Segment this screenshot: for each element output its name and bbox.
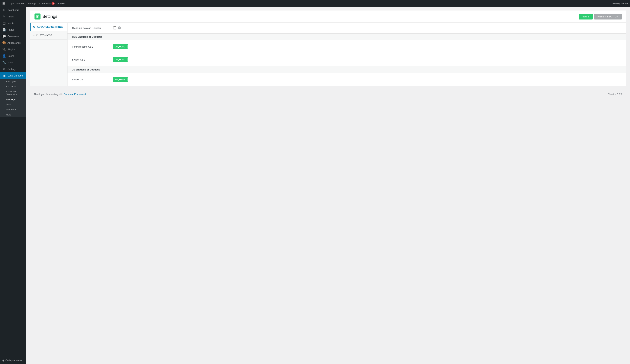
pages-icon: 📄 — [2, 28, 6, 32]
submenu-shortcode-generator[interactable]: Shortcode Generator — [0, 89, 26, 97]
page-header: ▣ Settings SAVE RESET SECTION — [30, 10, 626, 23]
settings-tabs: ⚙ ADVANCED SETTINGS ≡ CUSTOM CSS — [30, 23, 68, 86]
section-header-css-enqueue: CSS Enqueue or Dequeue — [68, 33, 626, 40]
sidebar-item-comments[interactable]: 💬 Comments — [0, 33, 26, 40]
admin-bar-comments[interactable]: Comments 0 — [39, 2, 54, 5]
sidebar-item-label: Dashboard — [8, 8, 20, 12]
admin-bar-settings[interactable]: Settings — [28, 2, 36, 5]
setting-label-swiper-css: Swiper CSS — [72, 58, 113, 61]
toggle-switch-fontawesome-css — [127, 44, 128, 49]
toggle-switch-swiper-css — [127, 57, 128, 62]
tab-advanced-settings[interactable]: ⚙ ADVANCED SETTINGS — [30, 23, 67, 31]
reset-section-button[interactable]: RESET SECTION — [594, 14, 622, 20]
page-title: Settings — [42, 14, 58, 19]
settings-icon: ⚙ — [2, 67, 6, 71]
cleanup-checkbox[interactable] — [113, 26, 116, 30]
setting-control-swiper-js: ENQUEUE — [113, 77, 128, 82]
appearance-icon: 🎨 — [2, 41, 6, 44]
submenu-all-logos[interactable]: All Logos — [0, 79, 26, 84]
sidebar-item-appearance[interactable]: 🎨 Appearance — [0, 40, 26, 46]
page-title-area: ▣ Settings — [34, 14, 58, 20]
sidebar-item-users[interactable]: 👤 Users — [0, 53, 26, 59]
logo-carousel-submenu: All Logos Add New Shortcode Generator Se… — [0, 79, 26, 117]
sidebar-item-pages[interactable]: 📄 Pages — [0, 26, 26, 33]
toggle-fontawesome-css[interactable]: ENQUEUE — [113, 44, 128, 49]
setting-row-swiper-css: Swiper CSS ENQUEUE — [68, 53, 626, 66]
section-header-js-enqueue: JS Enqueue or Dequeue — [68, 66, 626, 73]
sidebar-item-label: Logo Carousel — [8, 74, 24, 77]
posts-icon: ✎ — [2, 15, 6, 18]
dashboard-icon: ⊞ — [2, 8, 6, 12]
version-text: Version 5.7.2 — [608, 93, 622, 96]
sidebar-item-label: Media — [8, 22, 14, 24]
sidebar-item-plugins[interactable]: 🔌 Plugins — [0, 46, 26, 53]
setting-label-swiper-js: Swiper JS — [72, 78, 113, 81]
setting-control-swiper-css: ENQUEUE — [113, 57, 128, 62]
users-icon: 👤 — [2, 54, 6, 58]
codestar-link[interactable]: Codestar Framework — [64, 93, 86, 96]
footer-text: Thank you for creating with Codestar Fra… — [34, 93, 86, 96]
admin-bar: ⊞ Logo Carousel Settings Comments 0 + Ne… — [0, 0, 630, 7]
page-title-icon: ▣ — [34, 14, 40, 20]
setting-label-fontawesome-css: FontAwesome CSS — [72, 45, 113, 48]
tab-label: ADVANCED SETTINGS — [37, 26, 64, 28]
wp-logo-icon[interactable]: ⊞ — [2, 1, 6, 6]
help-icon-cleanup[interactable]: ? — [118, 26, 121, 30]
submenu-help[interactable]: Help — [0, 112, 26, 117]
sidebar-item-label: Appearance — [8, 42, 20, 44]
media-icon: ◫ — [2, 21, 6, 25]
collapse-icon: ◉ — [2, 359, 4, 362]
header-buttons: SAVE RESET SECTION — [579, 14, 622, 20]
settings-layout: ⚙ ADVANCED SETTINGS ≡ CUSTOM CSS Clean-u… — [30, 23, 626, 86]
tools-icon: 🔧 — [2, 61, 6, 64]
sidebar-item-label: Plugins — [8, 48, 16, 51]
setting-row-cleanup: Clean-up Data on Deletion ? — [68, 23, 626, 33]
admin-bar-site-name[interactable]: Logo Carousel — [8, 2, 24, 5]
toggle-swiper-css[interactable]: ENQUEUE — [113, 57, 128, 62]
tab-custom-css[interactable]: ≡ CUSTOM CSS — [30, 31, 67, 40]
setting-label-cleanup: Clean-up Data on Deletion — [72, 26, 113, 30]
setting-control-cleanup: ? — [113, 26, 121, 30]
collapse-label: Collapse menu — [6, 359, 22, 362]
comments-label: Comments — [39, 2, 51, 5]
comments-badge: 0 — [52, 2, 54, 5]
tab-label: CUSTOM CSS — [36, 34, 52, 37]
admin-bar-new[interactable]: + New — [58, 2, 64, 5]
admin-bar-howdy: Howdy, admin — [612, 2, 628, 5]
sidebar-item-settings[interactable]: ⚙ Settings — [0, 66, 26, 72]
advanced-settings-icon: ⚙ — [33, 25, 36, 28]
toggle-switch-swiper-js — [127, 77, 128, 82]
sidebar-item-media[interactable]: ◫ Media — [0, 20, 26, 26]
submenu-tools[interactable]: Tools — [0, 102, 26, 107]
toggle-label-swiper-css: ENQUEUE — [113, 58, 126, 61]
save-button[interactable]: SAVE — [579, 14, 592, 20]
plugins-icon: 🔌 — [2, 48, 6, 51]
sidebar-item-label: Users — [8, 54, 14, 57]
setting-control-fontawesome-css: ENQUEUE — [113, 44, 128, 49]
sidebar-item-label: Pages — [8, 28, 14, 31]
settings-content: Clean-up Data on Deletion ? CSS Enqueue … — [68, 23, 626, 86]
submenu-add-new[interactable]: Add New — [0, 84, 26, 89]
collapse-menu-button[interactable]: ◉ Collapse menu — [0, 357, 26, 364]
sidebar-item-tools[interactable]: 🔧 Tools — [0, 59, 26, 66]
submenu-settings[interactable]: Settings — [0, 97, 26, 102]
toggle-label-fontawesome-css: ENQUEUE — [113, 46, 126, 48]
sidebar-item-label: Comments — [8, 35, 19, 38]
logo-carousel-icon: ▣ — [2, 74, 6, 78]
custom-css-icon: ≡ — [33, 34, 34, 37]
wp-layout: ⊞ Dashboard ✎ Posts ◫ Media 📄 Pages 💬 Co… — [0, 7, 630, 364]
main-content: ▣ Settings SAVE RESET SECTION ⚙ ADVANCED… — [26, 7, 630, 364]
setting-row-fontawesome-css: FontAwesome CSS ENQUEUE — [68, 40, 626, 53]
sidebar-item-dashboard[interactable]: ⊞ Dashboard — [0, 7, 26, 13]
footer: Thank you for creating with Codestar Fra… — [30, 90, 626, 98]
sidebar-item-posts[interactable]: ✎ Posts — [0, 13, 26, 20]
toggle-label-swiper-js: ENQUEUE — [113, 78, 126, 80]
sidebar: ⊞ Dashboard ✎ Posts ◫ Media 📄 Pages 💬 Co… — [0, 7, 26, 364]
submenu-premium[interactable]: Premium — [0, 107, 26, 112]
toggle-swiper-js[interactable]: ENQUEUE — [113, 77, 128, 82]
sidebar-item-label: Tools — [8, 61, 13, 64]
sidebar-item-logo-carousel[interactable]: ▣ Logo Carousel — [0, 72, 26, 79]
setting-row-swiper-js: Swiper JS ENQUEUE — [68, 73, 626, 86]
sidebar-item-label: Settings — [8, 68, 16, 70]
sidebar-item-label: Posts — [8, 15, 14, 18]
